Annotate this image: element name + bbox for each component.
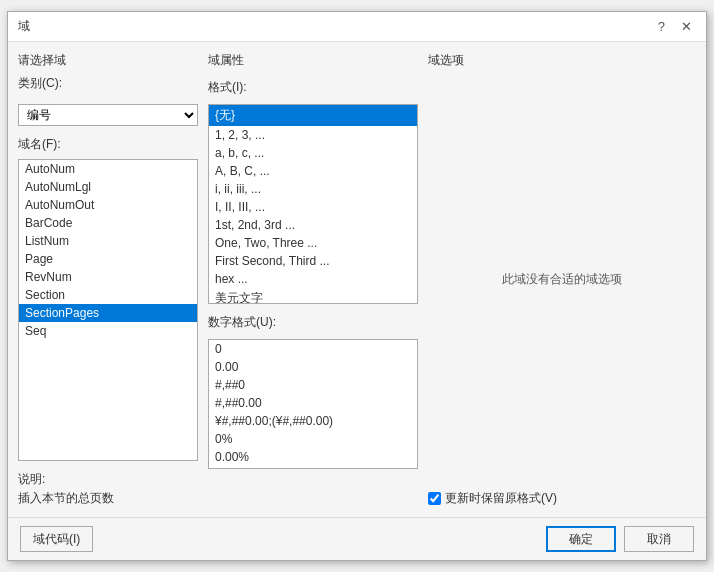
ok-button[interactable]: 确定 [546,526,616,552]
right-panel-title: 域选项 [428,52,696,69]
format-list-item[interactable]: i, ii, iii, ... [209,180,417,198]
format-listbox[interactable]: {无}1, 2, 3, ...a, b, c, ...A, B, C, ...i… [208,104,418,304]
format-list-item[interactable]: One, Two, Three ... [209,234,417,252]
preserve-format-checkbox[interactable] [428,492,441,505]
field-list-item[interactable]: RevNum [19,268,197,286]
format-list-item[interactable]: A, B, C, ... [209,162,417,180]
bottom-bar: 域代码(I) 确定 取消 [8,517,706,560]
no-options-text: 此域没有合适的域选项 [502,271,622,288]
field-list-item[interactable]: ListNum [19,232,197,250]
description-text: 插入本节的总页数 [18,490,198,507]
description-label: 说明: [18,471,198,488]
format-list-item[interactable]: 1, 2, 3, ... [209,126,417,144]
format-list-item[interactable]: First Second, Third ... [209,252,417,270]
number-format-list-item[interactable]: ¥#,##0.00;(¥#,##0.00) [209,412,417,430]
number-format-list-item[interactable]: 0 [209,340,417,358]
field-list-item[interactable]: Seq [19,322,197,340]
right-content: 此域没有合适的域选项 [428,75,696,484]
category-dropdown-row: 编号日期和时间文档信息用户信息链接和引用 [18,104,198,126]
field-list-item[interactable]: Page [19,250,197,268]
number-format-label: 数字格式(U): [208,314,418,331]
right-bottom: 更新时保留原格式(V) [428,490,696,507]
close-button[interactable]: ✕ [677,19,696,34]
format-label: 格式(I): [208,79,418,96]
dialog-body: 请选择域 类别(C): 编号日期和时间文档信息用户信息链接和引用 域名(F): … [8,42,706,517]
bottom-right: 确定 取消 [546,526,694,552]
format-list-item[interactable]: hex ... [209,270,417,288]
cancel-button[interactable]: 取消 [624,526,694,552]
number-format-box[interactable]: 00.00#,##0#,##0.00¥#,##0.00;(¥#,##0.00)0… [208,339,418,469]
category-row: 类别(C): [18,75,198,94]
format-list-item[interactable]: 1st, 2nd, 3rd ... [209,216,417,234]
format-list-item[interactable]: a, b, c, ... [209,144,417,162]
preserve-format-label[interactable]: 更新时保留原格式(V) [428,490,557,507]
number-format-list-item[interactable]: 0% [209,430,417,448]
format-list-item[interactable]: 美元文字 [209,288,417,304]
field-list-item[interactable]: AutoNumLgl [19,178,197,196]
number-format-list-item[interactable]: #,##0 [209,376,417,394]
title-bar: 域 ? ✕ [8,12,706,42]
section-header: 请选择域 [18,52,198,69]
format-list-item[interactable]: {无} [209,105,417,126]
field-list-item[interactable]: Section [19,286,197,304]
field-listbox[interactable]: AutoNumAutoNumLglAutoNumOutBarCodeListNu… [18,159,198,461]
dialog-title: 域 [18,18,30,35]
middle-panel: 域属性 格式(I): {无}1, 2, 3, ...a, b, c, ...A,… [208,52,418,507]
number-format-list-item[interactable]: 0.00 [209,358,417,376]
field-list-item[interactable]: AutoNum [19,160,197,178]
field-code-button[interactable]: 域代码(I) [20,526,93,552]
title-bar-controls: ? ✕ [654,19,696,34]
category-select[interactable]: 编号日期和时间文档信息用户信息链接和引用 [18,104,198,126]
preserve-format-text: 更新时保留原格式(V) [445,490,557,507]
number-format-list-item[interactable]: 0.00% [209,448,417,466]
right-panel: 域选项 此域没有合适的域选项 更新时保留原格式(V) [428,52,696,507]
field-list-item[interactable]: AutoNumOut [19,196,197,214]
field-list-item[interactable]: BarCode [19,214,197,232]
category-label: 类别(C): [18,75,62,92]
description-box: 说明: 插入本节的总页数 [18,471,198,507]
number-format-list-item[interactable]: #,##0.00 [209,394,417,412]
field-name-label: 域名(F): [18,136,198,153]
help-button[interactable]: ? [654,19,669,34]
left-panel: 请选择域 类别(C): 编号日期和时间文档信息用户信息链接和引用 域名(F): … [18,52,198,507]
bottom-left: 域代码(I) [20,526,93,552]
field-list-item[interactable]: SectionPages [19,304,197,322]
dialog: 域 ? ✕ 请选择域 类别(C): 编号日期和时间文档信息用户信息链接和引用 域… [7,11,707,561]
middle-panel-title: 域属性 [208,52,418,69]
format-list-item[interactable]: I, II, III, ... [209,198,417,216]
